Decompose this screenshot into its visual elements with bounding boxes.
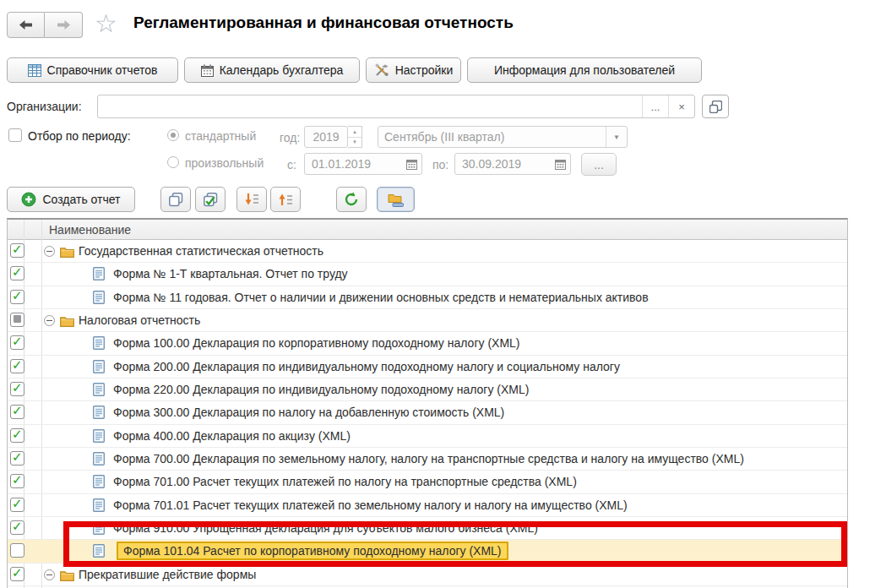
- favorite-star-icon[interactable]: ☆: [95, 8, 117, 39]
- table-row[interactable]: Форма 220.00 Декларация по индивидуально…: [8, 378, 847, 401]
- table-row[interactable]: Прекратившие действие формы: [8, 564, 847, 586]
- sort-down-icon: [244, 193, 259, 206]
- table-row[interactable]: Форма 101.04 Расчет по корпоративному по…: [8, 540, 847, 563]
- report-directory-button[interactable]: Справочник отчетов: [7, 57, 178, 83]
- name-column-header[interactable]: Наименование: [8, 220, 847, 240]
- create-report-button[interactable]: Создать отчет: [7, 187, 135, 212]
- document-icon: [93, 498, 105, 512]
- table-row[interactable]: Государственная статистическая отчетност…: [8, 240, 847, 263]
- copy-items-button[interactable]: [160, 187, 191, 212]
- organizations-ellipsis-button[interactable]: ...: [642, 95, 668, 117]
- custom-period-label: произвольный: [185, 156, 264, 170]
- back-button[interactable]: [7, 12, 45, 38]
- organizations-input[interactable]: [98, 95, 642, 117]
- table-row[interactable]: Форма 400.00 Декларация по акцизу (XML): [8, 425, 847, 448]
- date-from-label: с:: [287, 158, 296, 172]
- row-label: Форма № 1-Т квартальная. Отчет по труду: [113, 267, 348, 280]
- organizations-clear-button[interactable]: ×: [668, 95, 694, 117]
- row-label: Форма 701.01 Расчет текущих платежей по …: [113, 498, 628, 512]
- collapse-icon[interactable]: [44, 569, 55, 580]
- row-label: Форма 101.04 Расчет по корпоративному по…: [117, 542, 508, 560]
- accountant-calendar-button[interactable]: Календарь бухгалтера: [184, 57, 360, 83]
- row-label: Налоговая отчетность: [79, 313, 200, 327]
- row-label: Прекратившие действие формы: [79, 568, 256, 581]
- settings-button[interactable]: Настройки: [366, 57, 461, 83]
- row-checkbox[interactable]: [10, 405, 24, 419]
- document-icon: [93, 267, 105, 280]
- table-row[interactable]: Форма 200.00 Декларация по индивидуально…: [8, 356, 847, 378]
- table-row[interactable]: Форма № 1-Т квартальная. Отчет по труду: [8, 263, 847, 286]
- custom-period-radio[interactable]: [167, 156, 179, 168]
- row-checkbox[interactable]: [10, 382, 24, 396]
- hierarchy-view-button[interactable]: [377, 187, 415, 212]
- period-filter-label: Отбор по периоду:: [28, 129, 131, 143]
- row-checkbox[interactable]: [10, 567, 24, 581]
- row-checkbox[interactable]: [10, 543, 24, 558]
- row-checkbox[interactable]: [10, 313, 24, 327]
- date-to-calendar-icon[interactable]: [555, 159, 566, 170]
- table-row[interactable]: Форма № 11 годовая. Отчет о наличии и дв…: [8, 286, 847, 309]
- year-spinner[interactable]: ▲ ▼: [348, 126, 362, 148]
- row-label: Форма № 11 годовая. Отчет о наличии и дв…: [113, 291, 649, 304]
- calendar-icon: [201, 64, 214, 77]
- row-checkbox[interactable]: [10, 290, 24, 304]
- refresh-button[interactable]: [336, 187, 367, 212]
- row-label: Форма 400.00 Декларация по акцизу (XML): [113, 429, 351, 443]
- table-row[interactable]: Налоговая отчетность: [8, 309, 847, 332]
- row-checkbox[interactable]: [10, 451, 24, 466]
- document-icon: [93, 406, 105, 419]
- row-checkbox[interactable]: [10, 474, 24, 488]
- period-filter-checkbox[interactable]: [8, 128, 22, 142]
- row-checkbox[interactable]: [10, 266, 24, 280]
- table-row[interactable]: Форма 300.00 Декларация по налогу на доб…: [8, 401, 847, 424]
- period-quarter-select[interactable]: Сентябрь (III квартал) ▼: [378, 126, 628, 148]
- row-checkbox[interactable]: [10, 243, 24, 258]
- table-icon: [28, 64, 41, 77]
- nav-button-group: [7, 12, 83, 38]
- date-from-calendar-icon[interactable]: [406, 159, 417, 170]
- year-field[interactable]: 2019: [304, 126, 348, 148]
- standard-period-radio[interactable]: [167, 129, 179, 141]
- date-to-field[interactable]: 30.09.2019: [454, 153, 571, 175]
- move-up-button[interactable]: [270, 187, 301, 212]
- collapse-icon[interactable]: [44, 246, 55, 257]
- spin-down-icon[interactable]: ▼: [348, 138, 361, 148]
- date-from-field[interactable]: 01.01.2019: [304, 153, 422, 175]
- table-row[interactable]: Форма 910.00 Упрощенная декларация для с…: [8, 517, 847, 540]
- reports-table: Наименование Государственная статистичес…: [7, 218, 848, 588]
- table-row[interactable]: Форма 100.00 Декларация по корпоративном…: [8, 332, 847, 355]
- row-label: Форма 300.00 Декларация по налогу на доб…: [113, 406, 504, 419]
- check-all-button[interactable]: [195, 187, 226, 212]
- spin-up-icon[interactable]: ▲: [348, 127, 361, 138]
- user-information-button[interactable]: Информация для пользователей: [467, 57, 702, 83]
- row-checkbox[interactable]: [10, 335, 24, 350]
- report-directory-label: Справочник отчетов: [47, 63, 158, 77]
- document-icon: [93, 475, 105, 488]
- document-icon: [93, 336, 105, 350]
- year-label: год:: [280, 131, 300, 144]
- collapse-icon[interactable]: [44, 315, 55, 326]
- table-row[interactable]: Форма 701.00 Расчет текущих платежей по …: [8, 471, 847, 493]
- folder-icon: [60, 570, 74, 581]
- folder-icon: [60, 247, 74, 258]
- forward-button[interactable]: [45, 12, 83, 38]
- document-icon: [93, 521, 105, 535]
- move-down-button[interactable]: [236, 187, 267, 212]
- period-more-button[interactable]: ...: [581, 153, 617, 176]
- period-quarter-value: Сентябрь (III квартал): [384, 130, 504, 144]
- table-row[interactable]: Форма 700.00 Декларация по земельному на…: [8, 448, 847, 471]
- row-label: Форма 700.00 Декларация по земельному на…: [113, 452, 744, 466]
- user-information-label: Информация для пользователей: [494, 63, 675, 77]
- row-checkbox[interactable]: [10, 428, 24, 443]
- document-icon: [93, 429, 105, 443]
- document-icon: [93, 291, 105, 304]
- dropdown-arrow-icon[interactable]: ▼: [606, 127, 627, 147]
- organizations-open-list-button[interactable]: [702, 95, 729, 118]
- table-row[interactable]: Форма 701.01 Расчет текущих платежей по …: [8, 494, 847, 517]
- sort-up-icon: [278, 193, 293, 206]
- row-label: Форма 100.00 Декларация по корпоративном…: [113, 336, 520, 350]
- row-checkbox[interactable]: [10, 359, 24, 373]
- row-checkbox[interactable]: [10, 520, 24, 535]
- row-checkbox[interactable]: [10, 498, 24, 512]
- plus-icon: [21, 192, 36, 207]
